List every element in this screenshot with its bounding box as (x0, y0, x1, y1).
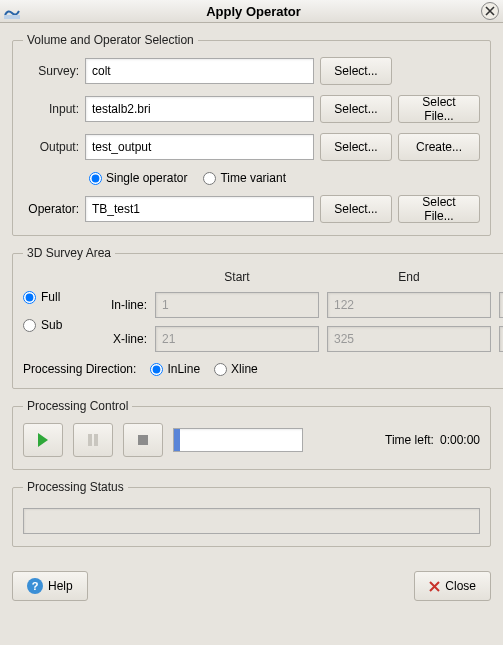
play-button[interactable] (23, 423, 63, 457)
help-button[interactable]: ? Help (12, 571, 88, 601)
help-icon: ? (27, 578, 43, 594)
pc-legend: Processing Control (23, 399, 132, 413)
progress-bar (173, 428, 303, 452)
input-select-button[interactable]: Select... (320, 95, 392, 123)
inline-label: In-line: (99, 298, 147, 312)
pause-icon (86, 433, 100, 447)
operator-select-file-button[interactable]: Select File... (398, 195, 480, 223)
time-variant-radio[interactable]: Time variant (203, 171, 286, 185)
svg-rect-1 (88, 434, 92, 446)
close-icon[interactable] (481, 2, 499, 20)
input-input[interactable] (85, 96, 314, 122)
sub-radio[interactable]: Sub (23, 318, 91, 332)
xline-end-input (327, 326, 491, 352)
end-header: End (327, 270, 491, 284)
xline-label: X-line: (99, 332, 147, 346)
svg-rect-0 (4, 15, 20, 19)
survey-label: Survey: (23, 64, 79, 78)
timeleft-value: 0:00:00 (440, 433, 480, 447)
svg-rect-2 (94, 434, 98, 446)
play-icon (36, 432, 50, 448)
proc-dir-label: Processing Direction: (23, 362, 136, 376)
output-input[interactable] (85, 134, 314, 160)
progress-fill (174, 429, 180, 451)
pause-button[interactable] (73, 423, 113, 457)
output-create-button[interactable]: Create... (398, 133, 480, 161)
input-label: Input: (23, 102, 79, 116)
inline-inc-input (499, 292, 503, 318)
single-operator-radio[interactable]: Single operator (89, 171, 187, 185)
status-box (23, 508, 480, 534)
area-legend: 3D Survey Area (23, 246, 115, 260)
timeleft-label: Time left: (385, 433, 434, 447)
processing-control-section: Processing Control Time left: 0:00:00 (12, 399, 491, 470)
close-x-icon (429, 581, 440, 592)
volume-operator-section: Volume and Operator Selection Survey: Se… (12, 33, 491, 236)
output-label: Output: (23, 140, 79, 154)
app-icon (4, 3, 20, 19)
xline-start-input (155, 326, 319, 352)
svg-rect-3 (138, 435, 148, 445)
titlebar: Apply Operator (0, 0, 503, 23)
ps-legend: Processing Status (23, 480, 128, 494)
inc-header: Inc (499, 270, 503, 284)
vos-legend: Volume and Operator Selection (23, 33, 198, 47)
survey-input[interactable] (85, 58, 314, 84)
close-button[interactable]: Close (414, 571, 491, 601)
stop-icon (137, 434, 149, 446)
xline-inc-input (499, 326, 503, 352)
inline-end-input (327, 292, 491, 318)
inline-dir-radio[interactable]: InLine (150, 362, 200, 376)
stop-button[interactable] (123, 423, 163, 457)
operator-mode-radios: Single operator Time variant (89, 171, 480, 185)
start-header: Start (155, 270, 319, 284)
survey-select-button[interactable]: Select... (320, 57, 392, 85)
operator-label: Operator: (23, 202, 79, 216)
window-title: Apply Operator (26, 4, 481, 19)
input-select-file-button[interactable]: Select File... (398, 95, 480, 123)
full-radio[interactable]: Full (23, 290, 91, 304)
survey-area-section: 3D Survey Area Full Sub Start End Inc In… (12, 246, 503, 389)
xline-dir-radio[interactable]: Xline (214, 362, 258, 376)
inline-start-input (155, 292, 319, 318)
operator-select-button[interactable]: Select... (320, 195, 392, 223)
processing-status-section: Processing Status (12, 480, 491, 547)
operator-input[interactable] (85, 196, 314, 222)
output-select-button[interactable]: Select... (320, 133, 392, 161)
